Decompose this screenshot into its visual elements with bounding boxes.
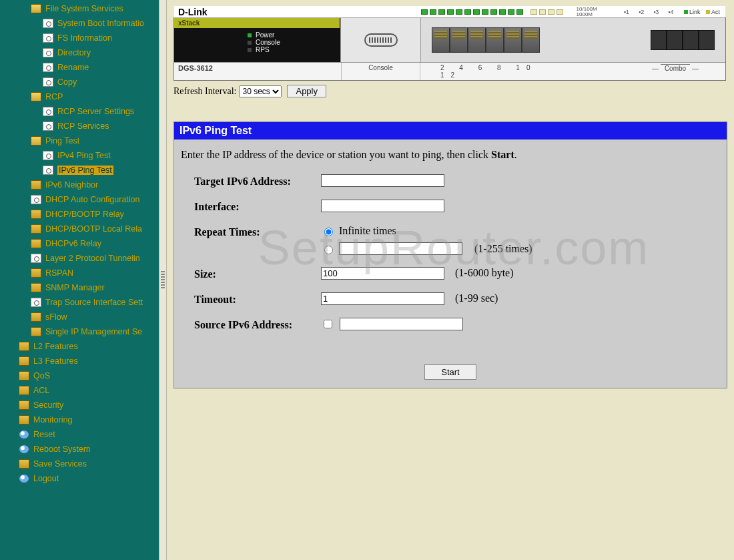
globe-icon [19, 474, 29, 483]
sidebar-item-label: QoS [33, 371, 50, 380]
target-address-input[interactable] [321, 174, 444, 187]
main-content: SetupRouter.com D-Link 10/100M 1000M [167, 0, 734, 560]
sidebar-item-label: RSPAN [45, 268, 73, 278]
source-address-input[interactable] [340, 318, 463, 330]
sidebar-item-label: Rename [57, 63, 89, 72]
sidebar-item-label: L2 Features [33, 342, 78, 351]
folder-closed-icon [19, 356, 29, 366]
sidebar-item[interactable]: IPv6 Neighbor [0, 178, 159, 192]
doc-icon [31, 195, 41, 204]
sidebar-item-label: DHCP/BOOTP Relay [45, 210, 124, 219]
repeat-count-radio[interactable] [324, 246, 333, 254]
doc-icon [43, 33, 53, 43]
sidebar-item-label: sFlow [45, 312, 67, 322]
source-enable-checkbox[interactable] [324, 320, 332, 328]
sidebar-item-label: Trap Source Interface Sett [45, 298, 143, 307]
sidebar-item[interactable]: RCP Services [0, 119, 159, 133]
sidebar-item[interactable]: Rename [0, 60, 159, 75]
sidebar-item[interactable]: IPv6 Ping Test [0, 163, 159, 178]
globe-icon [19, 430, 29, 439]
sidebar-item[interactable]: Reset [0, 427, 159, 442]
sidebar-item-label: Reboot System [33, 445, 90, 454]
interface-input[interactable] [321, 200, 444, 212]
repeat-label: Repeat Times: [194, 225, 321, 238]
repeat-count-input[interactable] [339, 242, 462, 255]
sidebar-item-label: IPv6 Ping Test [57, 166, 113, 175]
sidebar-item-label: RCP Server Settings [57, 107, 134, 116]
doc-icon [43, 166, 53, 175]
sidebar-item[interactable]: RSPAN [0, 266, 159, 280]
size-input[interactable] [321, 267, 444, 280]
ipv6-ping-panel: IPv6 Ping Test Enter the IP address of t… [173, 121, 727, 388]
sidebar-item[interactable]: System Boot Informatio [0, 16, 159, 31]
sidebar-item[interactable]: Logout [0, 471, 159, 486]
sidebar-item-label: L3 Features [33, 356, 78, 366]
sidebar-item[interactable]: Directory [0, 45, 159, 60]
folder-closed-icon [31, 327, 41, 336]
folder-closed-icon [19, 400, 29, 410]
folder-closed-icon [31, 312, 41, 322]
folder-closed-icon [19, 386, 29, 395]
sidebar-item-label: ACL [33, 386, 49, 395]
sidebar-item[interactable]: DHCP Auto Configuration [0, 192, 159, 207]
sidebar-item[interactable]: SNMP Manager [0, 280, 159, 295]
sidebar-item[interactable]: FS Information [0, 31, 159, 45]
panel-instruction: Enter the IP address of the device or st… [174, 139, 727, 174]
sidebar-item[interactable]: DHCP/BOOTP Relay [0, 207, 159, 222]
repeat-infinite-radio[interactable] [324, 228, 333, 236]
target-address-label: Target IPv6 Address: [194, 174, 321, 188]
sidebar-item[interactable]: Reboot System [0, 442, 159, 457]
sidebar-item[interactable]: RCP [0, 89, 159, 104]
sidebar-item-label: DHCPv6 Relay [45, 239, 101, 248]
sidebar-item[interactable]: Monitoring [0, 412, 159, 427]
doc-icon [43, 77, 53, 87]
refresh-interval-select[interactable]: 30 secs [239, 85, 282, 97]
sidebar-item[interactable]: L3 Features [0, 354, 159, 368]
sidebar-item[interactable]: L2 Features [0, 339, 159, 354]
doc-icon [43, 107, 53, 116]
refresh-label: Refresh Interval: [173, 86, 236, 97]
sidebar-item[interactable]: Copy [0, 75, 159, 89]
size-label: Size: [194, 267, 321, 280]
sidebar-item-label: File System Services [45, 4, 123, 13]
sidebar-item-label: Monitoring [33, 415, 72, 425]
sidebar-item-label: System Boot Informatio [57, 19, 144, 28]
sidebar-item[interactable]: Security [0, 398, 159, 412]
folder-closed-icon [19, 371, 29, 380]
sidebar-item[interactable]: IPv4 Ping Test [0, 148, 159, 163]
sidebar-item-label: DHCP/BOOTP Local Rela [45, 224, 142, 234]
sidebar-item[interactable]: DHCP/BOOTP Local Rela [0, 222, 159, 236]
start-button[interactable]: Start [424, 364, 476, 380]
repeat-hint: (1-255 times) [474, 243, 532, 255]
sidebar-item[interactable]: Single IP Management Se [0, 324, 159, 339]
ethernet-ports [432, 27, 540, 53]
splitter[interactable] [159, 0, 167, 560]
sidebar-item[interactable]: sFlow [0, 310, 159, 324]
doc-icon [31, 298, 41, 307]
sidebar-item-label: Ping Test [45, 136, 79, 146]
apply-button[interactable]: Apply [287, 85, 326, 97]
sidebar-item[interactable]: Layer 2 Protocol Tunnelin [0, 251, 159, 266]
doc-icon [43, 63, 53, 72]
speed-label: 10/100M 1000M [577, 7, 597, 17]
sidebar-item[interactable]: File System Services [0, 1, 159, 16]
folder-closed-icon [31, 224, 41, 234]
folder-open-icon [31, 136, 41, 146]
folder-open-icon [31, 92, 41, 101]
size-hint: (1-6000 byte) [455, 267, 514, 278]
sidebar-item-label: RCP [45, 92, 63, 101]
folder-closed-icon [31, 268, 41, 278]
sidebar-item[interactable]: QoS [0, 368, 159, 383]
sidebar-item-label: IPv4 Ping Test [57, 151, 111, 160]
folder-closed-icon [19, 415, 29, 425]
folder-closed-icon [31, 210, 41, 219]
sidebar-item[interactable]: ACL [0, 383, 159, 398]
sidebar-item[interactable]: Trap Source Interface Sett [0, 295, 159, 310]
sidebar-item[interactable]: DHCPv6 Relay [0, 236, 159, 251]
sidebar-item[interactable]: RCP Server Settings [0, 104, 159, 119]
doc-icon [43, 151, 53, 160]
sidebar-item[interactable]: Ping Test [0, 133, 159, 148]
console-port [341, 18, 421, 62]
timeout-input[interactable] [321, 292, 444, 305]
sidebar-item[interactable]: Save Services [0, 457, 159, 471]
